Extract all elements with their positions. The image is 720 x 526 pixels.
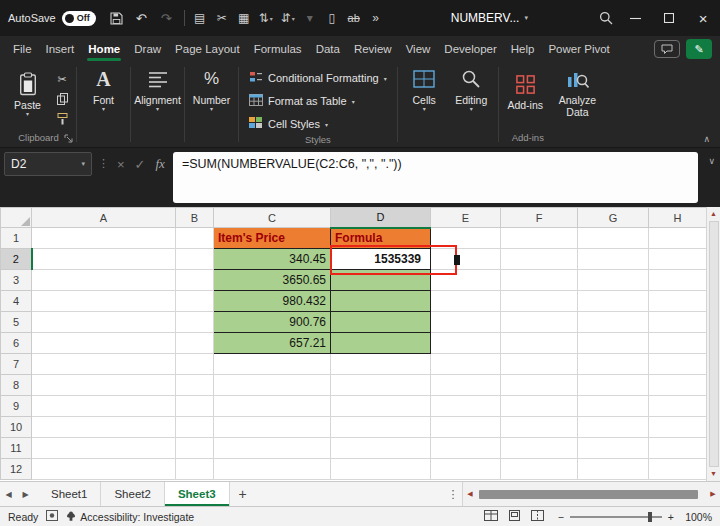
cell-F7[interactable] — [501, 354, 578, 375]
add-sheet-button[interactable]: + — [230, 482, 256, 506]
cell-G1[interactable] — [578, 228, 649, 249]
tab-developer[interactable]: Developer — [437, 36, 503, 62]
addins-button[interactable]: Add-ins — [502, 67, 549, 111]
cell-A6[interactable] — [32, 333, 176, 354]
expand-formula-bar-icon[interactable]: ∨ — [708, 156, 715, 166]
row-header-7[interactable]: 7 — [1, 354, 32, 375]
tab-draw[interactable]: Draw — [127, 36, 168, 62]
page-layout-view-icon[interactable] — [508, 510, 521, 523]
cell-D10[interactable] — [331, 417, 431, 438]
cell-D5[interactable] — [331, 312, 431, 333]
cell-B7[interactable] — [176, 354, 214, 375]
cell-A8[interactable] — [32, 375, 176, 396]
cell-H3[interactable] — [649, 270, 707, 291]
cell-H7[interactable] — [649, 354, 707, 375]
cell-B3[interactable] — [176, 270, 214, 291]
cell-C8[interactable] — [214, 375, 331, 396]
scroll-left-icon[interactable]: ◀ — [463, 490, 477, 498]
row-header-12[interactable]: 12 — [1, 459, 32, 480]
sort-ascending-icon[interactable]: ⇅▾ — [256, 6, 276, 30]
column-header-E[interactable]: E — [431, 208, 501, 228]
cell-styles-button[interactable]: Cell Styles ▾ — [246, 114, 331, 134]
cell-F9[interactable] — [501, 396, 578, 417]
tab-formulas[interactable]: Formulas — [247, 36, 309, 62]
sheet-options-icon[interactable]: ⋮ — [444, 482, 462, 506]
row-header-11[interactable]: 11 — [1, 438, 32, 459]
zoom-thumb[interactable] — [648, 512, 652, 522]
cell-D4[interactable] — [331, 291, 431, 312]
cell-H11[interactable] — [649, 438, 707, 459]
cell-F11[interactable] — [501, 438, 578, 459]
previous-sheet-icon[interactable]: ◀ — [0, 482, 17, 506]
cell-E5[interactable] — [431, 312, 501, 333]
cell-E3[interactable] — [431, 270, 501, 291]
redo-button[interactable]: ↷ — [154, 5, 179, 31]
normal-view-icon[interactable] — [484, 510, 498, 523]
cell-H2[interactable] — [649, 249, 707, 270]
cell-B8[interactable] — [176, 375, 214, 396]
scroll-up-icon[interactable]: ▲ — [710, 209, 717, 219]
cell-C6[interactable]: 657.21 — [214, 333, 331, 354]
tab-insert[interactable]: Insert — [39, 36, 82, 62]
cell-G2[interactable] — [578, 249, 649, 270]
select-all-button[interactable] — [1, 208, 32, 228]
cell-D12[interactable] — [331, 459, 431, 480]
cell-B2[interactable] — [176, 249, 214, 270]
next-sheet-icon[interactable]: ▶ — [17, 482, 34, 506]
strikethrough-icon[interactable]: ab — [344, 6, 364, 30]
cut-icon[interactable]: ✂ — [212, 6, 232, 30]
cell-G5[interactable] — [578, 312, 649, 333]
scroll-down-icon[interactable]: ▼ — [710, 469, 717, 479]
share-button[interactable]: ✎ — [686, 39, 712, 59]
horizontal-scroll-track[interactable] — [477, 489, 706, 500]
row-header-6[interactable]: 6 — [1, 333, 32, 354]
column-header-C[interactable]: C — [214, 208, 331, 228]
cell-A12[interactable] — [32, 459, 176, 480]
cell-H8[interactable] — [649, 375, 707, 396]
cell-F4[interactable] — [501, 291, 578, 312]
cell-E9[interactable] — [431, 396, 501, 417]
cell-D3[interactable] — [331, 270, 431, 291]
cell-E4[interactable] — [431, 291, 501, 312]
cell-B1[interactable] — [176, 228, 214, 249]
row-header-10[interactable]: 10 — [1, 417, 32, 438]
cell-G7[interactable] — [578, 354, 649, 375]
close-button[interactable]: × — [686, 0, 720, 36]
cell-C11[interactable] — [214, 438, 331, 459]
cell-E2[interactable] — [431, 249, 501, 270]
cell-H1[interactable] — [649, 228, 707, 249]
enter-button[interactable]: ✓ — [135, 157, 146, 172]
row-header-4[interactable]: 4 — [1, 291, 32, 312]
clipboard-dialog-launcher-icon[interactable] — [64, 134, 73, 145]
cell-H12[interactable] — [649, 459, 707, 480]
tab-help[interactable]: Help — [504, 36, 542, 62]
macro-record-icon[interactable] — [46, 510, 58, 523]
vertical-scroll-thumb[interactable] — [709, 221, 719, 467]
cell-G6[interactable] — [578, 333, 649, 354]
cell-C3[interactable]: 3650.65 — [214, 270, 331, 291]
zoom-track[interactable] — [570, 516, 662, 518]
document-icon[interactable]: ▯ — [322, 6, 342, 30]
cell-B11[interactable] — [176, 438, 214, 459]
column-header-A[interactable]: A — [32, 208, 176, 228]
tab-home[interactable]: Home — [81, 36, 127, 62]
row-header-1[interactable]: 1 — [1, 228, 32, 249]
number-button[interactable]: % Number▾ — [188, 62, 235, 147]
cell-C12[interactable] — [214, 459, 331, 480]
sort-descending-icon[interactable]: ⇵▾ — [278, 6, 298, 30]
conditional-formatting-button[interactable]: Conditional Formatting ▾ — [246, 68, 390, 88]
paste-button[interactable]: Paste▾ — [4, 67, 51, 118]
cell-C10[interactable] — [214, 417, 331, 438]
formula-input[interactable]: =SUM(NUMBERVALUE(C2:C6, ",", ".")) — [173, 152, 698, 203]
document-title[interactable]: NUMBERV...▾ — [451, 11, 528, 25]
row-header-9[interactable]: 9 — [1, 396, 32, 417]
sheet-tab-sheet1[interactable]: Sheet1 — [38, 482, 101, 506]
cell-C2[interactable]: 340.45 — [214, 249, 331, 270]
cell-C5[interactable]: 900.76 — [214, 312, 331, 333]
cell-A1[interactable] — [32, 228, 176, 249]
cells-button[interactable]: Cells▾ — [401, 62, 448, 147]
cell-F12[interactable] — [501, 459, 578, 480]
tab-view[interactable]: View — [399, 36, 438, 62]
cell-B5[interactable] — [176, 312, 214, 333]
camera-icon[interactable]: ▦ — [234, 6, 254, 30]
